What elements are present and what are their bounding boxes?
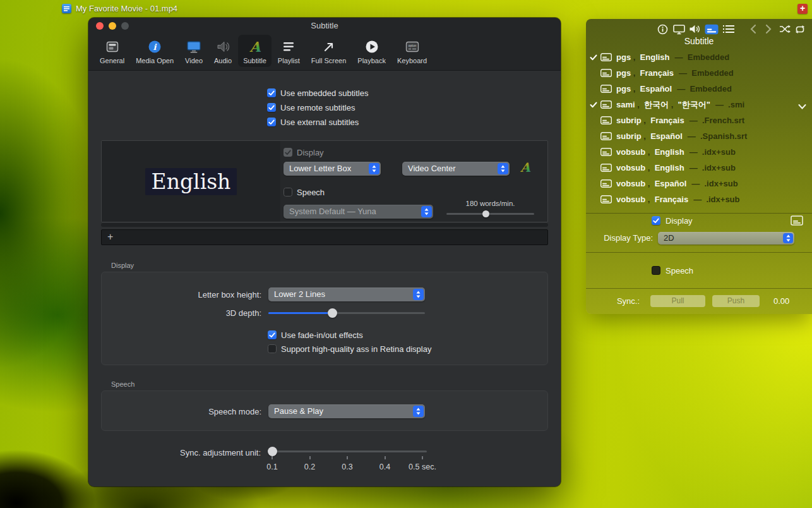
speech-mode-select[interactable]: Pause & Play bbox=[268, 404, 425, 418]
slider-tick bbox=[309, 456, 311, 459]
volume-icon[interactable] bbox=[688, 22, 702, 36]
divider bbox=[586, 252, 812, 253]
preview-display-checkbox[interactable]: Display bbox=[284, 147, 324, 157]
checkbox-box bbox=[267, 118, 276, 126]
add-style-button[interactable]: + bbox=[107, 231, 113, 243]
fade-effects-checkbox[interactable]: Use fade-in/out effects bbox=[268, 330, 363, 340]
subtitle-badge-icon bbox=[600, 179, 612, 188]
retina-quality-checkbox[interactable]: Support high-quality ass in Retina displ… bbox=[268, 344, 431, 354]
toolbar-item-playlist[interactable]: Playlist bbox=[273, 35, 305, 67]
video-window-title: My Favorite Movie - 01.mp4 bbox=[62, 4, 177, 13]
check-icon bbox=[590, 54, 600, 61]
subtitle-track-row[interactable]: vobsub , English— .idx+sub bbox=[586, 144, 812, 160]
subtitle-align-select[interactable]: Video Center bbox=[402, 162, 510, 176]
slider-track bbox=[268, 451, 427, 452]
display-type-select[interactable]: 2D bbox=[658, 232, 794, 245]
checkbox-box bbox=[268, 344, 277, 353]
hud-speech-checkbox[interactable] bbox=[652, 266, 660, 275]
toolbar-label: General bbox=[100, 57, 124, 64]
use-remote-subtitles-checkbox[interactable]: Use remote subtitles bbox=[267, 102, 355, 112]
checkbox-box bbox=[267, 103, 276, 112]
subtitle-track-row[interactable]: pgs , Français— Embedded bbox=[586, 65, 812, 81]
checkbox-label: Use external subtitles bbox=[280, 118, 359, 127]
use-external-subtitles-checkbox[interactable]: Use external subtitles bbox=[267, 117, 359, 127]
preview-speech-checkbox[interactable]: Speech bbox=[284, 187, 325, 197]
divider bbox=[586, 288, 812, 289]
chevron-down-icon[interactable] bbox=[798, 102, 806, 111]
display-group-title: Display bbox=[111, 262, 134, 269]
shuffle-icon[interactable] bbox=[778, 22, 792, 36]
subtitle-track-list: pgs , English— Embeddedpgs , Français— E… bbox=[586, 49, 812, 207]
slider-thumb[interactable] bbox=[482, 210, 489, 217]
toolbar-item-keyboard[interactable]: option Keyboard bbox=[392, 35, 432, 67]
toolbar-label: Media Open bbox=[136, 57, 174, 64]
checkbox-box bbox=[267, 88, 276, 97]
subtitle-position-icon[interactable] bbox=[791, 215, 803, 228]
toolbar-label: Subtitle bbox=[243, 57, 266, 64]
subtitle-icon[interactable] bbox=[705, 22, 719, 36]
sync-pull-button[interactable]: Pull bbox=[650, 295, 705, 307]
sync-unit-slider[interactable] bbox=[268, 447, 427, 457]
depth-slider[interactable] bbox=[268, 308, 425, 318]
selected-value: Lower 2 Lines bbox=[274, 289, 325, 299]
playlist-icon[interactable] bbox=[722, 22, 736, 36]
stepper-icon bbox=[369, 163, 379, 174]
selected-value: System Default — Yuna bbox=[289, 207, 376, 216]
checkbox-label: Support high-quality ass in Retina displ… bbox=[281, 344, 431, 354]
info-icon[interactable] bbox=[655, 22, 669, 36]
playback-icon bbox=[364, 38, 379, 56]
sync-push-button[interactable]: Push bbox=[712, 295, 760, 307]
subtitle-track-row[interactable]: vobsub , English— .idx+sub bbox=[586, 160, 812, 176]
toolbar-item-audio[interactable]: Audio bbox=[209, 35, 237, 67]
add-icon[interactable]: + bbox=[797, 4, 808, 14]
hud-display-checkbox[interactable] bbox=[652, 216, 660, 225]
subtitle-track-row[interactable]: pgs , Español— Embedded bbox=[586, 81, 812, 97]
svg-text:A: A bbox=[249, 39, 261, 55]
track-label: vobsub , Français— .idx+sub bbox=[616, 195, 740, 204]
toolbar-item-general[interactable]: General bbox=[95, 35, 129, 67]
traffic-lights bbox=[96, 22, 129, 30]
toolbar-item-subtitle[interactable]: A Subtitle bbox=[238, 35, 272, 67]
fullscreen-icon bbox=[321, 38, 337, 56]
checkbox-label: Use fade-in/out effects bbox=[281, 330, 363, 340]
subtitle-track-row[interactable]: vobsub , Español— .idx+sub bbox=[586, 176, 812, 191]
repeat-icon[interactable] bbox=[793, 22, 807, 36]
subtitle-track-row[interactable]: vobsub , Français— .idx+sub bbox=[586, 191, 812, 207]
toolbar-item-media-open[interactable]: i Media Open bbox=[131, 35, 179, 67]
minimize-button[interactable] bbox=[109, 22, 116, 30]
subtitle-track-row[interactable]: subrip , Español— .Spanish.srt bbox=[586, 128, 812, 144]
subtitle-position-select[interactable]: Lower Letter Box bbox=[284, 162, 381, 176]
subtitle-track-row[interactable]: pgs , English— Embedded bbox=[586, 49, 812, 65]
svg-text:A: A bbox=[520, 160, 531, 175]
font-panel-button[interactable]: A bbox=[518, 159, 532, 178]
subtitle-badge-icon bbox=[600, 85, 612, 93]
close-button[interactable] bbox=[96, 22, 104, 30]
slider-thumb[interactable] bbox=[328, 308, 337, 318]
checkbox-box bbox=[284, 188, 292, 197]
toolbar-item-playback[interactable]: Playback bbox=[352, 35, 391, 67]
preferences-window: Subtitle General i Media Open Video bbox=[88, 18, 561, 487]
toolbar-item-video[interactable]: Video bbox=[180, 35, 208, 67]
toolbar-item-full-screen[interactable]: Full Screen bbox=[306, 35, 352, 67]
speech-voice-select[interactable]: System Default — Yuna bbox=[284, 205, 433, 219]
preview-scrollbar[interactable] bbox=[101, 223, 548, 227]
track-label: pgs , Español— Embedded bbox=[616, 84, 732, 94]
chevron-right-icon[interactable] bbox=[761, 22, 775, 36]
zoom-button[interactable] bbox=[121, 22, 129, 30]
track-label: pgs , Français— Embedded bbox=[616, 68, 734, 78]
speech-rate-label: 180 words/min. bbox=[446, 200, 534, 207]
chevron-left-icon[interactable] bbox=[746, 22, 760, 36]
subtitle-track-row[interactable]: sami , 한국어 , "한국어"— .smi bbox=[586, 97, 812, 112]
hud-display-row: Display bbox=[586, 215, 812, 228]
use-embedded-subtitles-checkbox[interactable]: Use embedded subtitles bbox=[267, 88, 368, 98]
video-file-icon bbox=[62, 4, 71, 13]
letterbox-height-select[interactable]: Lower 2 Lines bbox=[268, 287, 425, 301]
subtitle-track-row[interactable]: subrip , Français— .French.srt bbox=[586, 112, 812, 128]
display-icon[interactable] bbox=[672, 22, 686, 36]
hud-sync-row: Sync.: Pull Push 0.00 bbox=[586, 295, 812, 308]
audio-icon bbox=[215, 38, 230, 56]
window-title: Subtitle bbox=[88, 18, 561, 34]
sync-unit-label: Sync. adjustment unit: bbox=[101, 448, 261, 457]
speech-rate-slider[interactable] bbox=[446, 209, 534, 219]
slider-thumb[interactable] bbox=[268, 447, 277, 456]
